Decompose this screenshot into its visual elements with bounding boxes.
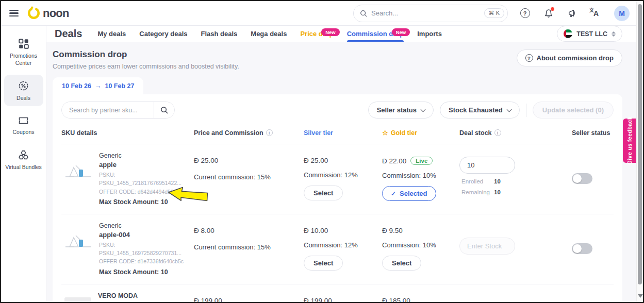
current-commission: Current commission: 15% xyxy=(194,173,299,181)
new-badge: New xyxy=(392,28,410,36)
scroll-down-arrow-icon[interactable] xyxy=(638,294,643,298)
info-icon[interactable]: i xyxy=(494,129,501,136)
star-icon: ☆ xyxy=(382,129,388,137)
gold-select-button[interactable]: Select xyxy=(382,256,421,271)
product-name: Andrea Ankle Boot xyxy=(98,301,189,303)
global-search[interactable]: ⌘ K xyxy=(353,5,508,22)
col-sku-details: SKU details xyxy=(61,129,194,137)
gold-commission: Commission: 10% xyxy=(382,172,454,179)
give-feedback-button[interactable]: Give us feedback xyxy=(623,119,636,163)
bundle-icon xyxy=(18,149,29,161)
sku-search-input[interactable] xyxy=(62,102,154,118)
tab-my-deals[interactable]: My deals xyxy=(97,26,126,42)
product-brand: Generic xyxy=(99,152,189,159)
app-window: noon ⌘ K ? A文 M xyxy=(0,0,644,303)
product-psku: PSKU: PSKU_1455_721817676951422... xyxy=(99,171,189,188)
tab-flash-deals[interactable]: Flash deals xyxy=(201,26,238,42)
sidebar-item-virtual-bundles[interactable]: Virtual Bundles xyxy=(4,144,43,175)
col-price-commission: Price and Commissioni xyxy=(194,129,304,137)
product-brand: Generic xyxy=(99,222,189,229)
sidebar-item-deals[interactable]: Deals xyxy=(4,75,43,106)
silver-select-button[interactable]: Select xyxy=(304,256,343,271)
gold-selected-button[interactable]: ✓Selected xyxy=(382,186,436,201)
product-max-stock: Max Stock Amount: 10 xyxy=(99,268,189,276)
sku-search-button[interactable] xyxy=(154,102,174,118)
noon-logo[interactable]: noon xyxy=(27,6,69,20)
deals-tabs: My deals Category deals Flash deals Mega… xyxy=(97,26,442,42)
date-range-tab[interactable]: 10 Feb 26 → 10 Feb 27 xyxy=(53,77,143,94)
chevron-down-icon xyxy=(506,107,511,112)
product-illustration xyxy=(64,161,92,182)
silver-select-button[interactable]: Select xyxy=(304,186,343,200)
date-start: 10 Feb 26 xyxy=(62,82,91,90)
tab-category-deals[interactable]: Category deals xyxy=(139,26,187,42)
translate-icon: A文 xyxy=(593,9,599,18)
tab-mega-deals[interactable]: Mega deals xyxy=(251,26,287,42)
topbar: noon ⌘ K ? A文 M xyxy=(1,1,643,26)
col-deal-stock: Deal stocki xyxy=(459,129,572,137)
help-icon: ? xyxy=(520,8,530,18)
account-name: TEST LLC xyxy=(576,30,607,38)
scrollbar-thumb[interactable] xyxy=(638,4,642,284)
account-switcher[interactable]: TEST LLC xyxy=(557,26,622,42)
sidebar-item-label: Deals xyxy=(16,95,30,102)
tab-imports[interactable]: Imports xyxy=(417,26,442,42)
deals-nav: Deals My deals Category deals Flash deal… xyxy=(46,26,643,42)
update-selected-button[interactable]: Update selected (0) xyxy=(533,102,614,119)
stock-filter[interactable]: Stock Exhausted xyxy=(440,102,520,119)
vertical-scrollbar[interactable] xyxy=(636,1,643,302)
noon-logo-icon xyxy=(27,6,41,20)
table-header: SKU details Price and Commissioni Silver… xyxy=(61,125,614,144)
product-illustration xyxy=(64,231,92,252)
gold-price: Đ 22.00 Live xyxy=(382,157,454,165)
col-silver-tier: Silver tier xyxy=(304,129,382,137)
sidebar-item-label: Promotions Center xyxy=(5,53,42,66)
sidebar-item-coupons[interactable]: Coupons xyxy=(4,110,43,140)
toggle-knob xyxy=(573,244,582,253)
notification-dot xyxy=(551,7,554,11)
sidebar: Promotions Center Deals Coupons xyxy=(1,26,46,302)
topbar-icons: ? A文 M xyxy=(518,6,630,21)
silver-price: Đ 199.00 xyxy=(304,297,377,303)
product-offer-code: OFFER CODE: d642d4494d59a5fb xyxy=(99,188,189,196)
tab-price-drop[interactable]: Price drop New xyxy=(300,26,333,42)
current-commission: Current commission: 15% xyxy=(194,243,299,251)
current-price: Đ 199.00 xyxy=(194,297,299,303)
tab-commission-drop[interactable]: Commission drop New xyxy=(347,26,404,42)
sidebar-item-label: Virtual Bundles xyxy=(5,164,41,171)
about-commission-drop-button[interactable]: ? About commission drop xyxy=(517,49,623,66)
silver-price: Đ 10.00 xyxy=(304,227,377,234)
announcements-button[interactable] xyxy=(566,7,579,20)
notifications-button[interactable] xyxy=(542,7,555,20)
sku-search xyxy=(61,102,175,119)
silver-commission: Commission: 12% xyxy=(304,171,377,179)
avatar[interactable]: M xyxy=(614,6,630,21)
main-area: Deals My deals Category deals Flash deal… xyxy=(46,26,643,302)
product-name: apple-004 xyxy=(99,231,189,239)
search-icon xyxy=(360,10,367,17)
help-button[interactable]: ? xyxy=(518,7,532,20)
current-price: Đ 25.00 xyxy=(194,157,299,164)
brand-name: noon xyxy=(43,7,69,20)
table-row: VERO MODA Andrea Ankle Boot PSKU: W56067… xyxy=(61,284,614,303)
filters-row: Seller status Stock Exhausted Update sel… xyxy=(61,102,614,119)
deal-stock-input[interactable] xyxy=(459,238,515,255)
arrow-right-icon: → xyxy=(95,82,102,90)
seller-status-toggle[interactable] xyxy=(572,243,592,254)
search-icon xyxy=(160,106,168,114)
seller-status-filter[interactable]: Seller status xyxy=(368,102,434,119)
sidebar-item-promotions-center[interactable]: Promotions Center xyxy=(4,33,43,71)
table-row: Generic apple-004 PSKU: PSKU_1455_169725… xyxy=(61,214,614,284)
global-search-input[interactable] xyxy=(371,9,480,17)
hamburger-menu-icon[interactable] xyxy=(9,10,19,16)
sidebar-item-label: Coupons xyxy=(12,129,34,136)
toggle-knob xyxy=(573,174,582,183)
language-button[interactable]: A文 xyxy=(589,7,603,20)
col-seller-status: Seller status xyxy=(572,129,614,137)
date-end: 10 Feb 27 xyxy=(105,82,134,90)
page-subtitle: Competitive prices earn lower commission… xyxy=(53,63,239,70)
deal-stock-input[interactable] xyxy=(459,157,515,174)
info-icon[interactable]: i xyxy=(266,129,273,136)
seller-status-toggle[interactable] xyxy=(572,173,592,184)
product-max-stock: Max Stock Amount: 10 xyxy=(99,198,189,206)
